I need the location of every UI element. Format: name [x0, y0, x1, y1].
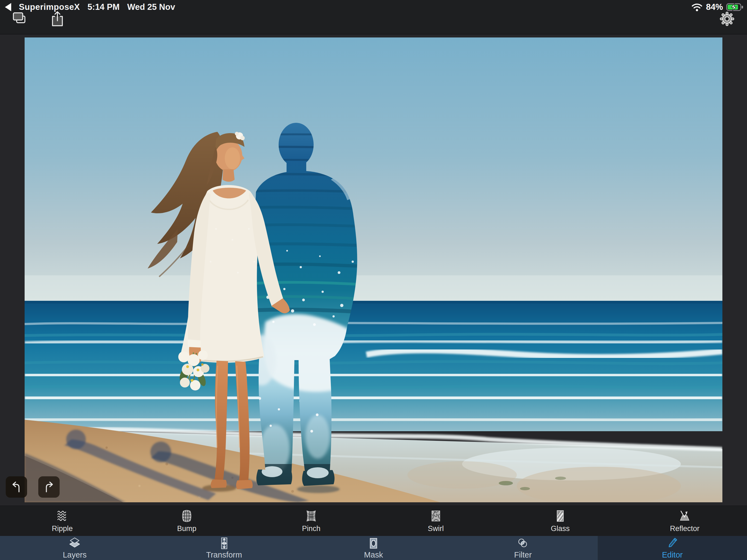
tab-label: Mask [364, 551, 383, 559]
settings-gear-icon [720, 11, 735, 26]
wifi-icon [691, 3, 703, 11]
bouquet [178, 350, 209, 390]
canvas-area [0, 34, 747, 506]
redo-arrow-icon [43, 481, 55, 493]
share-icon [50, 10, 65, 27]
effect-ripple[interactable]: Ripple [0, 506, 124, 536]
effect-reflector[interactable]: Reflector [623, 506, 747, 536]
photo-canvas[interactable] [25, 37, 722, 502]
tab-transform[interactable]: Transform [149, 536, 299, 560]
filter-circles-icon [516, 536, 530, 550]
tab-mask[interactable]: Mask [299, 536, 448, 560]
new-project-button[interactable] [11, 11, 27, 27]
share-button[interactable] [50, 10, 65, 27]
ripple-waves-icon [55, 509, 70, 523]
glass-stripes-icon [553, 509, 567, 523]
effect-pinch[interactable]: Pinch [249, 506, 374, 536]
tab-label: Transform [206, 551, 242, 559]
status-left: SuperimposeX 5:14 PM Wed 25 Nov [5, 2, 175, 12]
bump-grid-icon [180, 509, 194, 523]
app-name: SuperimposeX [19, 2, 80, 12]
battery-percent: 84% [706, 2, 723, 12]
tab-label: Layers [63, 551, 87, 559]
sky [25, 37, 722, 304]
tab-bar: Layers Transform Mask [0, 536, 747, 560]
top-bar: SuperimposeX 5:14 PM Wed 25 Nov 84% [0, 0, 747, 34]
tab-editor[interactable]: Editor [598, 536, 747, 560]
tab-layers[interactable]: Layers [0, 536, 149, 560]
effect-label: Swirl [428, 525, 444, 533]
effect-bump[interactable]: Bump [124, 506, 249, 536]
status-right: 84% [691, 2, 744, 12]
undo-arrow-icon [10, 481, 23, 493]
effect-swirl[interactable]: Swirl [374, 506, 498, 536]
undo-button[interactable] [6, 476, 27, 498]
effects-bar: Ripple Bump Pinch [0, 506, 747, 536]
sea [25, 301, 722, 431]
mask-oval-icon [367, 536, 380, 550]
status-date: Wed 25 Nov [127, 2, 175, 12]
status-time: 5:14 PM [87, 2, 120, 12]
battery-charging-icon [726, 3, 744, 11]
effect-label: Pinch [302, 525, 321, 533]
effect-label: Glass [551, 525, 570, 533]
effect-label: Reflector [670, 525, 699, 533]
redo-button[interactable] [38, 476, 60, 498]
layers-copy-icon [11, 11, 27, 27]
effect-label: Bump [177, 525, 197, 533]
transform-arrows-icon [217, 536, 231, 550]
effect-glass[interactable]: Glass [498, 506, 622, 536]
layers-diamonds-icon [68, 536, 81, 550]
superimposex-app: SuperimposeX 5:14 PM Wed 25 Nov 84% [0, 0, 747, 560]
pinch-grid-icon [304, 509, 318, 523]
back-chevron-icon[interactable] [5, 3, 11, 11]
settings-button[interactable] [720, 11, 735, 26]
editor-pencil-icon [666, 536, 679, 550]
swirl-grid-icon [429, 509, 443, 523]
tab-filter[interactable]: Filter [448, 536, 597, 560]
tab-label: Filter [514, 551, 532, 559]
reflector-bounce-icon [677, 509, 692, 523]
tab-label: Editor [662, 551, 683, 559]
effect-label: Ripple [52, 525, 73, 533]
